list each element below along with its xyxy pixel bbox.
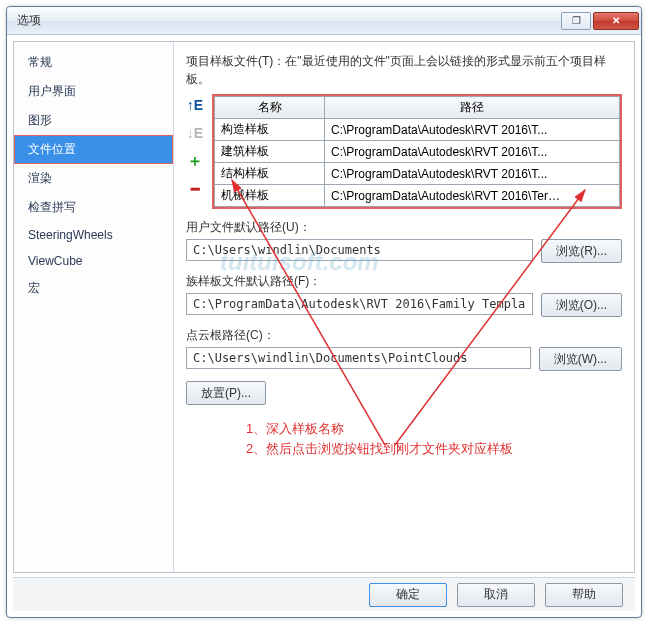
cloud-path-input[interactable]: [186, 347, 531, 369]
intro-text: 项目样板文件(T)：在"最近使用的文件"页面上会以链接的形式显示前五个项目样板。: [186, 52, 622, 88]
sidebar: 常规 用户界面 图形 文件位置 渲染 检查拼写 SteeringWheels V…: [14, 42, 174, 572]
user-path-input[interactable]: [186, 239, 533, 261]
dialog-body: 常规 用户界面 图形 文件位置 渲染 检查拼写 SteeringWheels V…: [13, 41, 635, 573]
template-toolbuttons: ↑E ↓E ＋ ━: [186, 94, 206, 209]
close-button[interactable]: ✕: [593, 12, 639, 30]
table-row[interactable]: 结构样板 C:\ProgramData\Autodesk\RVT 2016\T.…: [215, 163, 620, 185]
sidebar-item-general[interactable]: 常规: [14, 48, 173, 77]
sidebar-item-spellcheck[interactable]: 检查拼写: [14, 193, 173, 222]
titlebar[interactable]: 选项 ❐ ✕: [7, 7, 641, 35]
restore-button[interactable]: ❐: [561, 12, 591, 30]
arrow-down-icon: ↓E: [187, 125, 203, 141]
move-up-button[interactable]: ↑E: [186, 96, 204, 114]
restore-icon: ❐: [572, 15, 581, 26]
cloud-path-row: 点云根路径(C)： 浏览(W)...: [186, 327, 622, 371]
family-path-row: 族样板文件默认路径(F)： 浏览(O)...: [186, 273, 622, 317]
browse-cloud-button[interactable]: 浏览(W)...: [539, 347, 622, 371]
annotation-line2: 2、然后点击浏览按钮找到刚才文件夹对应样板: [246, 439, 622, 459]
main-panel: 项目样板文件(T)：在"最近使用的文件"页面上会以链接的形式显示前五个项目样板。…: [174, 42, 634, 572]
table-row[interactable]: 机械样板 C:\ProgramData\Autodesk\RVT 2016\Te…: [215, 185, 620, 207]
minus-icon: ━: [191, 181, 199, 197]
sidebar-item-render[interactable]: 渲染: [14, 164, 173, 193]
annotation-line1: 1、深入样板名称: [246, 419, 622, 439]
add-button[interactable]: ＋: [186, 152, 204, 170]
close-icon: ✕: [612, 15, 620, 26]
sidebar-item-macros[interactable]: 宏: [14, 274, 173, 303]
dialog-footer: 确定 取消 帮助: [13, 577, 635, 611]
sidebar-item-graphics[interactable]: 图形: [14, 106, 173, 135]
table-row[interactable]: 建筑样板 C:\ProgramData\Autodesk\RVT 2016\T.…: [215, 141, 620, 163]
sidebar-item-ui[interactable]: 用户界面: [14, 77, 173, 106]
user-path-label: 用户文件默认路径(U)：: [186, 219, 622, 236]
ok-button[interactable]: 确定: [369, 583, 447, 607]
table-row[interactable]: 构造样板 C:\ProgramData\Autodesk\RVT 2016\T.…: [215, 119, 620, 141]
place-button[interactable]: 放置(P)...: [186, 381, 266, 405]
col-path[interactable]: 路径: [325, 97, 620, 119]
user-path-row: 用户文件默认路径(U)： 浏览(R)...: [186, 219, 622, 263]
move-down-button[interactable]: ↓E: [186, 124, 204, 142]
family-path-label: 族样板文件默认路径(F)：: [186, 273, 622, 290]
browse-user-button[interactable]: 浏览(R)...: [541, 239, 622, 263]
delete-button[interactable]: ━: [186, 180, 204, 198]
browse-family-button[interactable]: 浏览(O)...: [541, 293, 622, 317]
window-buttons: ❐ ✕: [561, 12, 639, 30]
template-area: ↑E ↓E ＋ ━ 名称 路径: [186, 94, 622, 209]
sidebar-item-viewcube[interactable]: ViewCube: [14, 248, 173, 274]
plus-icon: ＋: [187, 151, 203, 172]
template-grid: 名称 路径 构造样板 C:\ProgramData\Autodesk\RVT 2…: [212, 94, 622, 209]
arrow-up-icon: ↑E: [187, 97, 203, 113]
family-path-input[interactable]: [186, 293, 533, 315]
col-name[interactable]: 名称: [215, 97, 325, 119]
cancel-button[interactable]: 取消: [457, 583, 535, 607]
template-table[interactable]: 名称 路径 构造样板 C:\ProgramData\Autodesk\RVT 2…: [214, 96, 620, 207]
options-dialog: 选项 ❐ ✕ 常规 用户界面 图形 文件位置 渲染 检查拼写 SteeringW…: [6, 6, 642, 618]
window-title: 选项: [17, 12, 561, 29]
cloud-path-label: 点云根路径(C)：: [186, 327, 622, 344]
help-button[interactable]: 帮助: [545, 583, 623, 607]
annotation-text: 1、深入样板名称 2、然后点击浏览按钮找到刚才文件夹对应样板: [186, 419, 622, 458]
sidebar-item-steeringwheels[interactable]: SteeringWheels: [14, 222, 173, 248]
place-row: 放置(P)...: [186, 381, 622, 405]
sidebar-item-file-locations[interactable]: 文件位置: [14, 135, 173, 164]
